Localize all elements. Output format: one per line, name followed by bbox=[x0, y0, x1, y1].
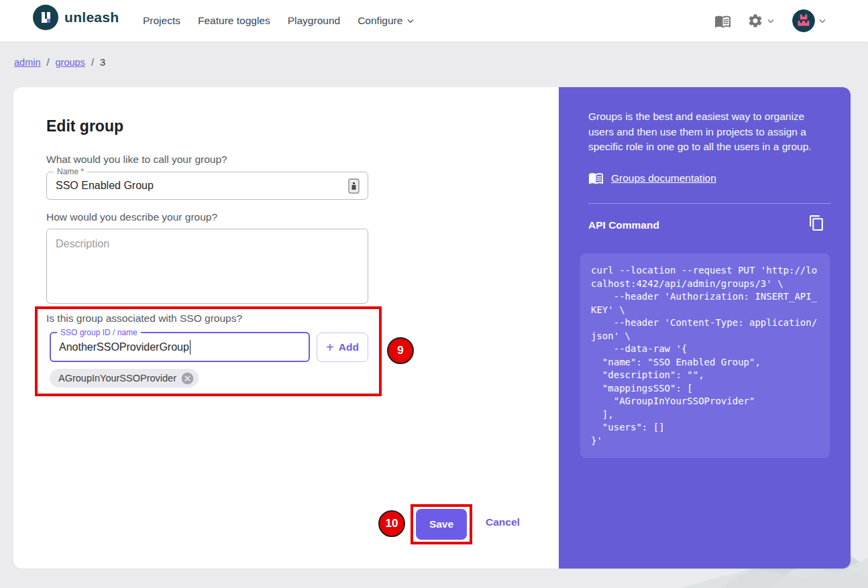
name-question-label: What would you like to call your group? bbox=[46, 154, 227, 166]
api-command-title: API Command bbox=[588, 219, 659, 231]
add-sso-group-button[interactable]: + Add bbox=[317, 333, 368, 362]
copy-icon bbox=[808, 215, 825, 231]
primary-nav: Projects Feature toggles Playground Conf… bbox=[143, 0, 416, 42]
cancel-button[interactable]: Cancel bbox=[486, 516, 520, 528]
brand-name: unleash bbox=[64, 9, 119, 25]
sso-question-label: Is this group associated with SSO groups… bbox=[46, 312, 242, 325]
name-field-label: Name * bbox=[54, 167, 87, 176]
copy-command-button[interactable] bbox=[808, 215, 825, 234]
group-name-field[interactable]: Name * bbox=[46, 172, 368, 200]
breadcrumb-groups[interactable]: groups bbox=[56, 57, 85, 68]
annotation-step-10: 10 bbox=[378, 510, 405, 537]
sso-field-label: SSO group ID / name bbox=[57, 328, 141, 337]
profile-menu-button[interactable] bbox=[792, 9, 828, 32]
plus-icon: + bbox=[326, 341, 334, 354]
password-manager-icon[interactable] bbox=[348, 178, 360, 194]
book-icon bbox=[714, 13, 731, 30]
nav-item-configure-label: Configure bbox=[358, 15, 402, 27]
chip-label: AGroupInYourSSOProvider bbox=[58, 373, 176, 384]
nav-item-feature-toggles[interactable]: Feature toggles bbox=[198, 15, 270, 27]
annotation-step-9: 9 bbox=[387, 337, 414, 364]
close-circle-icon bbox=[180, 371, 195, 386]
text-caret bbox=[190, 340, 191, 355]
chevron-down-icon bbox=[765, 15, 776, 26]
nav-item-projects[interactable]: Projects bbox=[143, 15, 180, 27]
groups-description-text: Groups is the best and easiest way to or… bbox=[588, 109, 827, 155]
breadcrumb-current: 3 bbox=[100, 57, 105, 68]
unleash-logo[interactable]: unleash bbox=[33, 5, 119, 30]
description-question-label: How would you describe your group? bbox=[46, 211, 217, 223]
book-icon bbox=[588, 170, 604, 186]
edit-group-card: Edit group What would you like to call y… bbox=[13, 87, 851, 569]
sso-group-field[interactable]: SSO group ID / name AnotherSSOProviderGr… bbox=[50, 332, 310, 362]
nav-item-configure[interactable]: Configure bbox=[358, 15, 416, 27]
page-title: Edit group bbox=[46, 117, 123, 135]
top-navbar: unleash Projects Feature toggles Playgro… bbox=[0, 0, 868, 42]
avatar bbox=[792, 9, 815, 32]
chip-remove-button[interactable] bbox=[180, 371, 195, 386]
settings-menu-button[interactable] bbox=[747, 13, 776, 29]
group-description-textarea[interactable] bbox=[46, 229, 368, 304]
navbar-right bbox=[714, 0, 828, 42]
documentation-button[interactable] bbox=[714, 13, 731, 30]
unleash-logo-icon bbox=[33, 5, 58, 30]
groups-info-sidebar: Groups is the best and easiest way to or… bbox=[559, 87, 851, 569]
add-button-label: Add bbox=[339, 341, 359, 353]
breadcrumb: admin / groups / 3 bbox=[14, 57, 105, 68]
api-command-code: curl --location --request PUT 'http://lo… bbox=[580, 253, 830, 458]
gear-icon bbox=[747, 13, 763, 29]
sso-group-chip: AGroupInYourSSOProvider bbox=[50, 369, 199, 388]
breadcrumb-admin[interactable]: admin bbox=[14, 57, 41, 68]
breadcrumb-separator: / bbox=[47, 57, 50, 68]
nav-item-playground[interactable]: Playground bbox=[288, 15, 340, 27]
breadcrumb-separator: / bbox=[91, 57, 94, 68]
sso-group-input[interactable]: AnotherSSOProviderGroup bbox=[51, 341, 189, 353]
groups-documentation-link[interactable]: Groups documentation bbox=[588, 170, 716, 186]
save-button[interactable]: Save bbox=[416, 509, 467, 540]
groups-documentation-label: Groups documentation bbox=[611, 172, 716, 184]
chevron-down-icon bbox=[817, 15, 828, 26]
chevron-down-icon bbox=[405, 15, 416, 26]
group-name-input[interactable] bbox=[47, 180, 329, 192]
sidebar-divider bbox=[588, 203, 831, 204]
